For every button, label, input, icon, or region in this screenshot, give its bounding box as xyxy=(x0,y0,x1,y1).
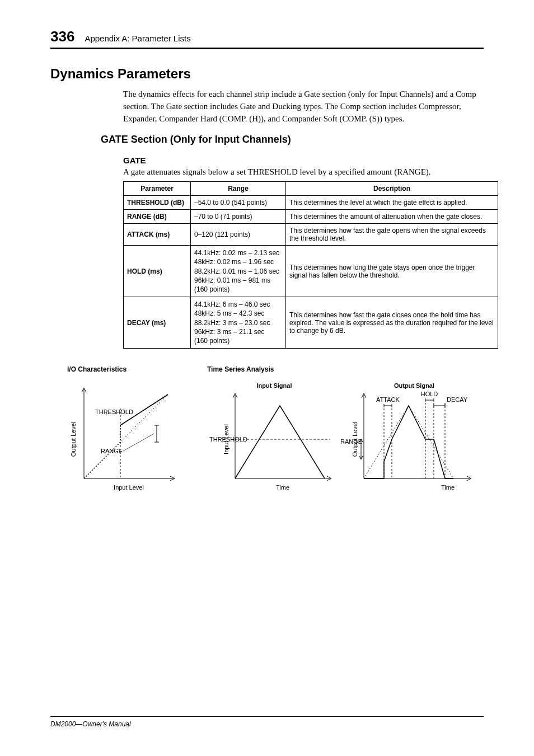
label-output-signal: Output Signal xyxy=(394,382,434,389)
param-range: 44.1kHz: 6 ms – 46.0 sec48kHz: 5 ms – 42… xyxy=(191,297,286,349)
page-header: 336 Appendix A: Parameter Lists xyxy=(50,28,484,49)
label-threshold: THRESHOLD xyxy=(95,408,133,415)
param-range: 44.1kHz: 0.02 ms – 2.13 sec48kHz: 0.02 m… xyxy=(191,246,286,297)
param-name: THRESHOLD (dB) xyxy=(124,196,191,210)
intro-paragraph: The dynamics effects for each channel st… xyxy=(123,88,484,125)
param-name: ATTACK (ms) xyxy=(124,224,191,246)
io-chart: I/O Characteristics THRESHOLD RANGE Outp… xyxy=(67,365,207,503)
label-hold: HOLD xyxy=(421,391,438,397)
footer: DM2000—Owner's Manual xyxy=(50,716,484,728)
label-attack: ATTACK xyxy=(376,396,400,403)
svg-line-8 xyxy=(123,434,154,451)
footer-text: DM2000—Owner's Manual xyxy=(50,720,131,728)
label-input-level2: Input Level xyxy=(223,424,229,454)
label-input-signal: Input Signal xyxy=(257,382,292,389)
ts-chart-svg: Input Signal THRESHOLD Input Level Time … xyxy=(207,378,481,501)
label-time2: Time xyxy=(441,484,455,491)
param-name: DECAY (ms) xyxy=(124,297,191,349)
param-name: HOLD (ms) xyxy=(124,246,191,297)
section-title: Dynamics Parameters xyxy=(50,66,484,82)
param-desc: This determines how long the gate stays … xyxy=(286,246,498,297)
param-range: 0–120 (121 points) xyxy=(191,224,286,246)
table-row: HOLD (ms) 44.1kHz: 0.02 ms – 2.13 sec48k… xyxy=(124,246,498,297)
param-desc: This determines how fast the gate closes… xyxy=(286,297,498,349)
param-desc: This determines how fast the gate opens … xyxy=(286,224,498,246)
label-output-level2: Output Level xyxy=(352,422,358,457)
label-output-level: Output Level xyxy=(70,422,77,457)
table-row: DECAY (ms) 44.1kHz: 6 ms – 46.0 sec48kHz… xyxy=(124,297,498,349)
param-range: –54.0 to 0.0 (541 points) xyxy=(191,196,286,210)
label-time1: Time xyxy=(276,484,289,491)
io-chart-svg: THRESHOLD RANGE Output Level Input Level xyxy=(67,378,190,501)
table-row: THRESHOLD (dB) –54.0 to 0.0 (541 points)… xyxy=(124,196,498,210)
param-desc: This determines the amount of attenuatio… xyxy=(286,210,498,224)
col-parameter: Parameter xyxy=(124,182,191,196)
param-name: RANGE (dB) xyxy=(124,210,191,224)
table-row: RANGE (dB) –70 to 0 (71 points) This det… xyxy=(124,210,498,224)
param-desc: This determines the level at which the g… xyxy=(286,196,498,210)
table-row: ATTACK (ms) 0–120 (121 points) This dete… xyxy=(124,224,498,246)
table-header-row: Parameter Range Description xyxy=(124,182,498,196)
label-decay: DECAY xyxy=(447,396,468,403)
label-range: RANGE xyxy=(101,448,123,454)
header-text: Appendix A: Parameter Lists xyxy=(85,34,190,43)
gate-description: A gate attenuates signals below a set TH… xyxy=(123,167,484,177)
subsection-heading: GATE Section (Only for Input Channels) xyxy=(101,134,484,145)
col-description: Description xyxy=(286,182,498,196)
io-chart-title: I/O Characteristics xyxy=(67,365,207,373)
label-input-level: Input Level xyxy=(114,484,144,491)
parameter-table: Parameter Range Description THRESHOLD (d… xyxy=(123,181,498,349)
ts-chart-title: Time Series Analysis xyxy=(207,365,481,373)
charts-row: I/O Characteristics THRESHOLD RANGE Outp… xyxy=(67,365,484,503)
col-range: Range xyxy=(191,182,286,196)
gate-heading: GATE xyxy=(123,156,484,165)
page-number: 336 xyxy=(50,28,74,45)
ts-chart: Time Series Analysis Input Signal THRESH… xyxy=(207,365,481,503)
param-range: –70 to 0 (71 points) xyxy=(191,210,286,224)
